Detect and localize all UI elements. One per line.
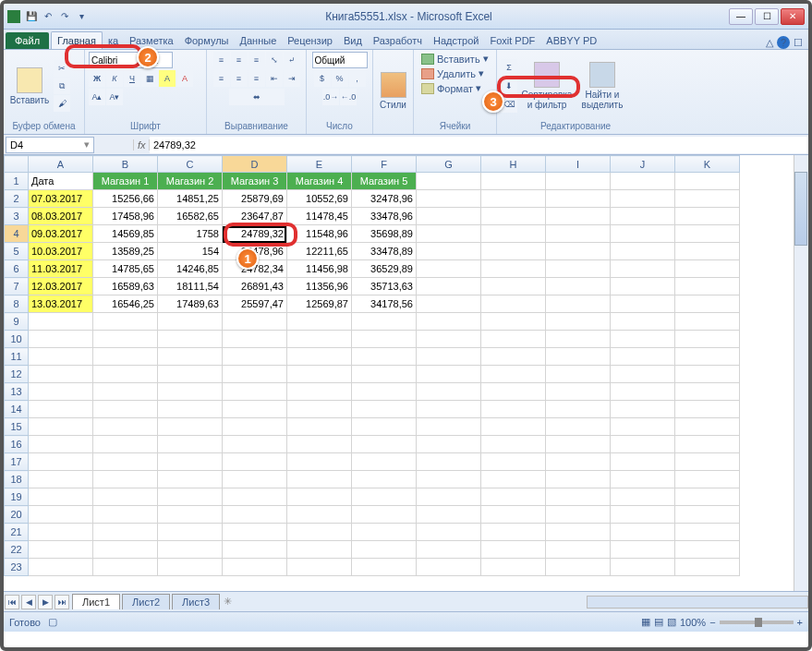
format-cells-icon: [421, 83, 434, 94]
merge-center-button[interactable]: ⬌: [229, 89, 285, 105]
number-format-select[interactable]: [312, 52, 368, 68]
cells-format-label: Формат: [437, 83, 473, 94]
zoom-slider[interactable]: [720, 621, 794, 624]
sheet-tab-1[interactable]: Лист1: [72, 594, 120, 609]
decrease-decimal-icon[interactable]: ←.0: [340, 89, 357, 105]
worksheet-grid[interactable]: ABCDEFGHIJK1ДатаМагазин 1Магазин 2Магази…: [4, 155, 808, 591]
sort-filter-button[interactable]: Сортировка и фильтр: [519, 60, 575, 112]
status-bar: Готово ▢ ▦ ▤ ▧ 100% − +: [4, 611, 808, 632]
paste-icon: [17, 67, 42, 93]
sheet-nav-first-icon[interactable]: ⏮: [5, 595, 19, 609]
decrease-indent-icon[interactable]: ⇤: [266, 70, 283, 87]
quick-access-toolbar: 💾 ↶ ↷ ▾: [24, 9, 89, 24]
macro-record-icon[interactable]: ▢: [48, 616, 57, 628]
align-middle-icon[interactable]: ≡: [231, 52, 248, 68]
vertical-scrollbar[interactable]: [794, 155, 808, 591]
group-clipboard-label: Буфер обмена: [7, 120, 80, 132]
sheet-nav-last-icon[interactable]: ⏭: [55, 595, 69, 609]
new-sheet-icon[interactable]: ✳: [224, 596, 232, 608]
underline-button[interactable]: Ч: [124, 70, 140, 87]
help-icon[interactable]: ?: [777, 36, 790, 49]
align-right-icon[interactable]: ≡: [248, 70, 265, 87]
sort-filter-icon: [534, 62, 560, 88]
increase-indent-icon[interactable]: ⇥: [284, 70, 300, 87]
group-alignment-label: Выравнивание: [211, 120, 302, 132]
badge-3: 3: [482, 90, 504, 113]
cells-insert-button[interactable]: Вставить▾: [418, 52, 492, 66]
fill-icon[interactable]: ⬇: [501, 78, 517, 94]
comma-icon[interactable]: ,: [349, 70, 366, 87]
tab-insert[interactable]: ка: [103, 32, 124, 49]
fx-icon[interactable]: fx: [133, 139, 150, 151]
copy-icon[interactable]: ⧉: [54, 78, 70, 94]
window-restore-icon[interactable]: ☐: [794, 37, 803, 49]
close-button[interactable]: ✕: [781, 8, 805, 25]
tab-view[interactable]: Вид: [338, 32, 368, 49]
sheet-tab-2[interactable]: Лист2: [122, 594, 170, 609]
tab-home[interactable]: Главная: [51, 31, 103, 49]
minimize-ribbon-icon[interactable]: △: [766, 37, 773, 49]
cut-icon[interactable]: ✂: [54, 60, 70, 77]
badge-1: 1: [236, 247, 259, 270]
currency-icon[interactable]: $: [314, 70, 331, 87]
minimize-button[interactable]: —: [729, 8, 753, 25]
styles-label: Стили: [380, 100, 406, 110]
cells-format-button[interactable]: Формат▾: [418, 81, 492, 95]
maximize-button[interactable]: ☐: [755, 8, 779, 25]
bold-button[interactable]: Ж: [89, 70, 105, 87]
tab-developer[interactable]: Разработч: [368, 32, 428, 49]
fill-color-button[interactable]: А: [159, 70, 176, 87]
font-color-button[interactable]: А: [176, 70, 193, 87]
format-painter-icon[interactable]: 🖌: [54, 95, 70, 112]
wrap-text-icon[interactable]: ⤶: [284, 52, 300, 68]
increase-font-icon[interactable]: A▴: [89, 89, 105, 105]
paste-button[interactable]: Вставить: [7, 66, 52, 107]
view-pagebreak-icon[interactable]: ▧: [667, 616, 676, 628]
increase-decimal-icon[interactable]: .0→: [322, 89, 339, 105]
orientation-icon[interactable]: ⤡: [266, 52, 283, 68]
formula-bar: D4▾ fx: [4, 135, 808, 155]
name-box[interactable]: D4▾: [6, 137, 94, 153]
formula-input[interactable]: [150, 137, 808, 153]
group-styles-label: [377, 130, 409, 132]
tab-addins[interactable]: Надстрой: [428, 32, 484, 49]
tab-abbyy[interactable]: ABBYY PD: [540, 32, 602, 49]
sheet-nav-next-icon[interactable]: ▶: [38, 595, 53, 609]
undo-icon[interactable]: ↶: [41, 9, 55, 24]
italic-button[interactable]: К: [106, 70, 123, 87]
paste-label: Вставить: [10, 95, 49, 105]
zoom-out-button[interactable]: −: [709, 617, 715, 628]
cells-delete-button[interactable]: Удалить▾: [418, 66, 492, 80]
sheet-tab-3[interactable]: Лист3: [172, 594, 220, 609]
group-styles: Стили: [373, 50, 414, 134]
scrollbar-thumb[interactable]: [794, 172, 807, 246]
align-bottom-icon[interactable]: ≡: [248, 52, 265, 68]
tab-review[interactable]: Рецензир: [282, 32, 338, 49]
horizontal-scrollbar[interactable]: [587, 596, 808, 609]
tab-data[interactable]: Данные: [235, 32, 283, 49]
tab-foxit[interactable]: Foxit PDF: [484, 32, 540, 49]
qat-more-icon[interactable]: ▾: [74, 9, 89, 24]
view-normal-icon[interactable]: ▦: [641, 616, 650, 628]
percent-icon[interactable]: %: [332, 70, 348, 87]
group-number: $ % , .0→ ←.0 Число: [307, 50, 373, 134]
zoom-in-button[interactable]: +: [797, 617, 803, 628]
redo-icon[interactable]: ↷: [57, 9, 72, 24]
align-left-icon[interactable]: ≡: [213, 70, 230, 87]
cells-insert-label: Вставить: [437, 54, 480, 65]
align-center-icon[interactable]: ≡: [231, 70, 248, 87]
font-name-select[interactable]: [89, 52, 144, 68]
save-icon[interactable]: 💾: [24, 9, 39, 24]
decrease-font-icon[interactable]: A▾: [106, 89, 123, 105]
border-button[interactable]: ▦: [141, 70, 158, 87]
sheet-nav-prev-icon[interactable]: ◀: [21, 595, 36, 609]
align-top-icon[interactable]: ≡: [213, 52, 230, 68]
styles-button[interactable]: Стили: [377, 70, 409, 112]
view-layout-icon[interactable]: ▤: [654, 616, 663, 628]
tab-formulas[interactable]: Формулы: [179, 32, 235, 49]
zoom-level[interactable]: 100%: [680, 617, 706, 628]
find-select-button[interactable]: Найти и выделить: [576, 60, 628, 112]
autosum-icon[interactable]: Σ: [501, 59, 517, 76]
group-alignment: ≡ ≡ ≡ ⤡ ⤶ ≡ ≡ ≡ ⇤ ⇥ ⬌ Выравнивание: [207, 50, 307, 134]
tab-file[interactable]: Файл: [6, 32, 49, 49]
